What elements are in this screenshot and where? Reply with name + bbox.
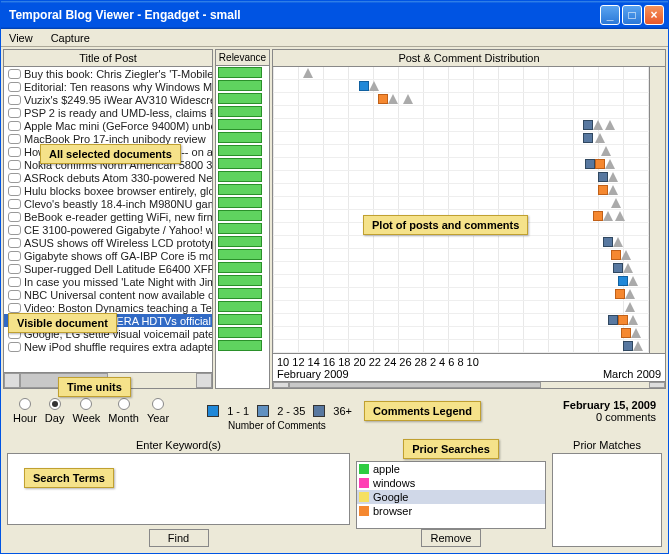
relevance-bar [216, 235, 269, 248]
radio-icon [19, 398, 31, 410]
plot-row [273, 275, 649, 288]
list-item[interactable]: Gigabyte shows off GA-IBP Core i5 mother… [4, 249, 212, 262]
prior-search-item[interactable]: apple [357, 462, 545, 476]
list-item[interactable]: New iPod shuffle requires extra adapter … [4, 340, 212, 353]
plot-marker [621, 328, 631, 338]
plot-row [273, 184, 649, 197]
relevance-bar [216, 92, 269, 105]
plot-row [273, 314, 649, 327]
plot-vscroll[interactable] [649, 67, 665, 353]
plot-row [273, 236, 649, 249]
radio-icon [49, 398, 61, 410]
list-item[interactable]: Vuzix's $249.95 iWear AV310 Widescreen e… [4, 93, 212, 106]
relevance-bar [216, 66, 269, 79]
comment-icon [8, 186, 20, 196]
comment-icon [8, 134, 20, 144]
plot-marker [369, 81, 379, 91]
relevance-header[interactable]: Relevance [216, 50, 269, 66]
titlebar[interactable]: Temporal Blog Viewer - Engadget - small … [1, 1, 668, 29]
plot-marker [388, 94, 398, 104]
prior-searches-list[interactable]: applewindowsGooglebrowser [356, 461, 546, 529]
list-item[interactable]: PSP 2 is ready and UMD-less, claims Eart… [4, 106, 212, 119]
list-item[interactable]: Apple Mac mini (GeForce 9400M) unboxing … [4, 119, 212, 132]
list-item[interactable]: Hulu blocks boxee browser entirely, glov… [4, 184, 212, 197]
plot-marker [615, 211, 625, 221]
relevance-bar [216, 144, 269, 157]
maximize-button[interactable]: □ [622, 5, 642, 25]
plot-marker [608, 172, 618, 182]
list-item[interactable]: ASUS shows off Wireless LCD prototype, "… [4, 236, 212, 249]
callout-time-units: Time units [58, 377, 131, 397]
plot-marker [608, 185, 618, 195]
plot-marker [303, 68, 313, 78]
time-unit-week[interactable]: Week [72, 398, 100, 424]
relevance-bar [216, 183, 269, 196]
plot-row [273, 301, 649, 314]
comment-icon [8, 238, 20, 248]
list-item[interactable]: ASRock debuts Atom 330-powered NetTop S [4, 171, 212, 184]
distribution-header[interactable]: Post & Comment Distribution [273, 50, 665, 67]
callout-visible-doc: Visible document [8, 313, 117, 333]
find-button[interactable]: Find [149, 529, 209, 547]
title-of-post-header[interactable]: Title of Post [4, 50, 212, 67]
prior-search-item[interactable]: Google [357, 490, 545, 504]
post-titles-panel: Title of Post All selected documents Vis… [3, 49, 213, 389]
list-item[interactable]: Editorial: Ten reasons why Windows Mobil… [4, 80, 212, 93]
close-button[interactable]: × [644, 5, 664, 25]
list-item[interactable]: Buy this book: Chris Ziegler's 'T-Mobile… [4, 67, 212, 80]
list-item[interactable]: BeBook e-reader getting WiFi, new firmwa… [4, 210, 212, 223]
radio-icon [80, 398, 92, 410]
list-item[interactable]: CE 3100-powered Gigabyte / Yahoo! widget… [4, 223, 212, 236]
plot-marker [593, 120, 603, 130]
app-window: Temporal Blog Viewer - Engadget - small … [0, 0, 669, 554]
list-item[interactable]: In case you missed 'Late Night with Jimm… [4, 275, 212, 288]
plot-marker [613, 263, 623, 273]
color-swatch [359, 464, 369, 474]
plot-row [273, 119, 649, 132]
comment-icon [8, 303, 20, 313]
search-input[interactable]: Search Terms [7, 453, 350, 525]
relevance-bar [216, 326, 269, 339]
plot-marker [618, 276, 628, 286]
comment-icon [8, 82, 20, 92]
relevance-bar [216, 105, 269, 118]
list-item[interactable]: Super-rugged Dell Latitude E6400 XFR is … [4, 262, 212, 275]
menu-view[interactable]: View [5, 31, 37, 45]
date-info: February 15, 20090 comments [563, 399, 656, 423]
prior-matches-column: Prior Matches [552, 437, 662, 547]
window-title: Temporal Blog Viewer - Engadget - small [5, 8, 600, 22]
plot-hscroll[interactable] [273, 381, 665, 388]
time-unit-year[interactable]: Year [147, 398, 169, 424]
callout-comments-legend: Comments Legend [364, 401, 481, 421]
list-item[interactable]: Clevo's beastly 18.4-inch M980NU gaming … [4, 197, 212, 210]
plot-marker [633, 341, 643, 351]
plot-marker [623, 341, 633, 351]
remove-button[interactable]: Remove [421, 529, 481, 547]
title-list[interactable]: All selected documents Visible document … [4, 67, 212, 372]
prior-matches-list[interactable] [552, 453, 662, 547]
comment-icon [8, 225, 20, 235]
list-item[interactable]: NBC Universal content now available on P… [4, 288, 212, 301]
plot-marker [621, 250, 631, 260]
color-swatch [359, 492, 369, 502]
comment-icon [8, 69, 20, 79]
minimize-button[interactable]: _ [600, 5, 620, 25]
prior-search-item[interactable]: windows [357, 476, 545, 490]
comment-icon [8, 160, 20, 170]
relevance-bar [216, 170, 269, 183]
comment-icon [8, 212, 20, 222]
plot-row [273, 171, 649, 184]
relevance-bar [216, 261, 269, 274]
callout-prior-searches: Prior Searches [403, 439, 499, 459]
callout-all-docs: All selected documents [40, 144, 181, 164]
time-unit-month[interactable]: Month [108, 398, 139, 424]
prior-search-item[interactable]: browser [357, 504, 545, 518]
plot-marker [598, 185, 608, 195]
menu-capture[interactable]: Capture [47, 31, 94, 45]
relevance-bar [216, 287, 269, 300]
plot-row [273, 249, 649, 262]
time-unit-hour[interactable]: Hour [13, 398, 37, 424]
plot-area[interactable]: Plot of posts and comments [273, 67, 649, 353]
time-unit-day[interactable]: Day [45, 398, 65, 424]
plot-axis: 10 12 14 16 18 20 22 24 26 28 2 4 6 8 10… [273, 353, 665, 381]
